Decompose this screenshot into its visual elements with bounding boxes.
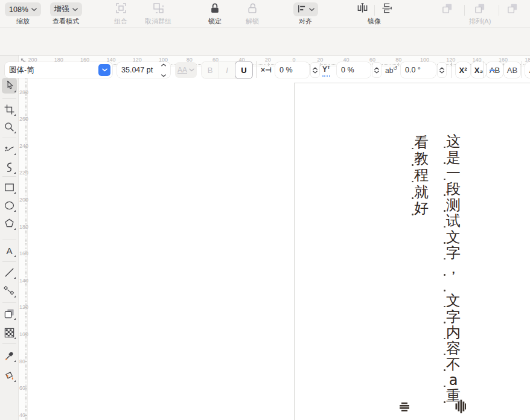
zoom-tool-icon xyxy=(4,121,15,133)
unlock-icon xyxy=(246,2,258,17)
char-v-shift-field[interactable]: 0 % xyxy=(337,62,371,78)
font-size-stepper[interactable] xyxy=(161,67,166,74)
crop-tool[interactable] xyxy=(2,101,17,117)
toolbox-divider xyxy=(2,261,16,262)
italic-button[interactable]: I xyxy=(219,62,235,78)
clipped-right-button[interactable]: A xyxy=(525,62,530,78)
text-char: 就 xyxy=(412,183,431,200)
crop-tool-icon xyxy=(4,104,15,115)
fill-tool[interactable] xyxy=(2,368,17,383)
char-h-shift-value: 0 % xyxy=(279,66,293,74)
arrange-order-button xyxy=(505,2,520,17)
unlock-group: 解锁 xyxy=(237,0,268,25)
view-mode-dropdown[interactable]: 增强 xyxy=(50,2,82,16)
size-presets-button: AA xyxy=(175,62,197,78)
font-family-combo[interactable]: 圆体-简 xyxy=(5,62,112,78)
text-tool-icon: A xyxy=(4,245,15,256)
text-tool[interactable]: A xyxy=(2,243,17,258)
ellipse-tool[interactable] xyxy=(2,197,17,213)
eyedropper-tool-icon xyxy=(4,350,15,361)
view-mode-group: 增强 查看模式 xyxy=(45,0,87,25)
zoom-tool[interactable] xyxy=(2,119,17,135)
text-char: ， xyxy=(444,261,463,276)
ruler-major-tick xyxy=(24,92,27,93)
rectangle-tool-icon xyxy=(4,182,15,193)
eyedropper-tool[interactable] xyxy=(2,348,17,363)
separator xyxy=(499,5,499,16)
toolbox-divider xyxy=(2,176,16,177)
char-angle-stepper[interactable] xyxy=(438,63,446,77)
vertical-text-column-1[interactable]: 这是一段测试文字， 文字内容不a重 xyxy=(444,133,463,404)
font-combo-button[interactable] xyxy=(98,64,110,76)
order-icon xyxy=(506,2,519,17)
transparency-tool-icon xyxy=(4,308,15,319)
chevron-down-icon xyxy=(189,68,194,72)
line-tool-icon xyxy=(4,267,15,278)
pen-tool[interactable] xyxy=(2,159,17,175)
bold-label: B xyxy=(208,66,213,75)
rectangle-tool[interactable] xyxy=(2,179,17,195)
mirror-label: 镜像 xyxy=(344,17,404,25)
char-v-shift-stepper[interactable] xyxy=(372,63,381,77)
ruler-major-tick xyxy=(24,334,27,335)
lock-button[interactable] xyxy=(208,2,222,17)
char-h-shift-icon: ×⊣ xyxy=(261,62,272,78)
vertical-ruler[interactable]: 300280260240220200180160140120100806040 xyxy=(19,66,28,420)
line-tool[interactable] xyxy=(2,264,17,280)
text-char: 段 xyxy=(444,181,463,197)
char-h-shift-stepper[interactable] xyxy=(311,63,319,77)
underline-style-button[interactable]: AB xyxy=(487,62,503,78)
bold-button[interactable]: B xyxy=(202,62,219,78)
text-char: 一 xyxy=(444,165,463,181)
separator xyxy=(452,61,452,78)
shape-tool[interactable] xyxy=(2,78,17,94)
text-char: 字 xyxy=(444,308,463,324)
char-rotate-icon: ab↺ xyxy=(385,62,397,78)
main-toolbar: 108% 缩放 增强 查看模式 组合 取消群组 锁定 解锁 对齐 xyxy=(0,0,530,28)
bring-forward-icon xyxy=(441,2,453,17)
vertical-text-column-2[interactable]: 看教程就好 xyxy=(412,134,431,217)
transparency-tool[interactable] xyxy=(2,305,17,321)
mirror-vertical-button[interactable] xyxy=(379,2,394,17)
line-spacing-handle[interactable] xyxy=(399,401,410,415)
pattern-fill-tool[interactable] xyxy=(2,325,17,340)
strike-style-button[interactable]: AB xyxy=(504,62,520,78)
align-dropdown[interactable] xyxy=(293,2,318,16)
separator xyxy=(374,5,375,16)
page-left-edge xyxy=(294,83,295,420)
unlock-button xyxy=(245,2,260,17)
text-property-bar: 圆体-简 35.047 pt AA B I U ×⊣ 0 % YT 0 % ab… xyxy=(0,28,530,56)
chevron-down-icon xyxy=(309,8,314,11)
separator xyxy=(464,5,465,16)
ruler-major-tick xyxy=(24,361,27,362)
arrange-forward-button xyxy=(440,2,455,17)
unlock-label: 解锁 xyxy=(237,17,268,25)
underline-style-label: AB xyxy=(490,66,500,75)
polygon-tool-icon xyxy=(4,218,15,229)
char-spacing-handle[interactable] xyxy=(455,399,466,416)
arrange-group: 排列(A) xyxy=(430,0,530,25)
zoom-level-dropdown[interactable]: 108% xyxy=(5,2,41,16)
strike-style-label: AB xyxy=(507,66,517,75)
lock-icon xyxy=(209,2,221,17)
mirror-horizontal-button[interactable] xyxy=(355,2,369,17)
superscript-button[interactable]: X² xyxy=(456,62,470,78)
text-char: 字 xyxy=(444,245,463,261)
char-angle-field[interactable]: 0.0 ° xyxy=(401,62,436,78)
combine-group: 组合 xyxy=(104,0,138,25)
ruler-major-tick xyxy=(24,388,27,389)
font-size-field[interactable]: 35.047 pt xyxy=(117,62,170,78)
freehand-tool[interactable] xyxy=(2,141,17,156)
polygon-tool[interactable] xyxy=(2,215,17,231)
send-backward-icon xyxy=(474,2,486,17)
app-window: { "toolbar_top": { "zoom": { "value": "1… xyxy=(0,0,530,420)
underline-button[interactable]: U xyxy=(235,62,252,78)
toolbox-divider xyxy=(2,240,16,240)
char-angle-value: 0.0 ° xyxy=(405,66,421,74)
drawing-canvas[interactable]: 这是一段测试文字， 文字内容不a重 看教程就好 xyxy=(28,66,530,420)
connector-tool[interactable] xyxy=(2,283,17,299)
text-char: 测 xyxy=(444,197,463,213)
ruler-label: 60 xyxy=(369,57,375,63)
char-h-shift-field[interactable]: 0 % xyxy=(275,62,309,78)
separator xyxy=(256,61,257,78)
